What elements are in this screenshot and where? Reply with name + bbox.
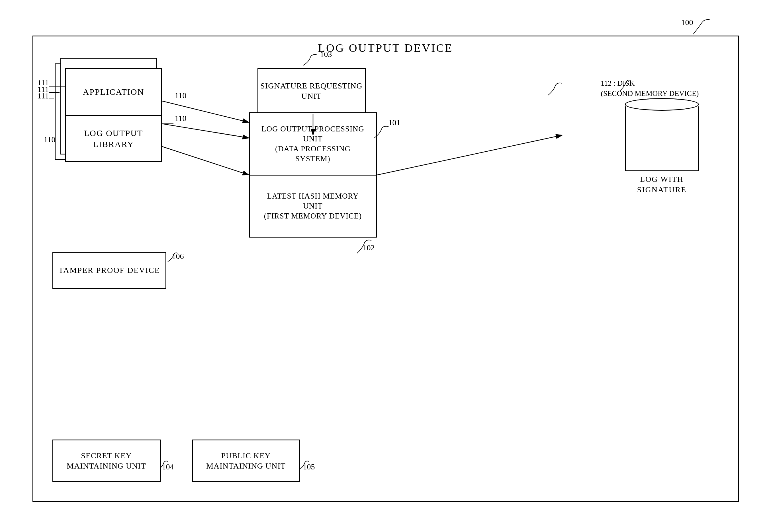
ref-112: 112 : DISK(SECOND MEMORY DEVICE) bbox=[601, 78, 699, 99]
ref-102: 102 bbox=[363, 243, 375, 252]
ref-110b: 110 bbox=[175, 114, 186, 123]
signature-requesting-unit-label: SIGNATURE REQUESTINGUNIT bbox=[260, 81, 362, 102]
secret-key-label: SECRET KEYMAINTAINING UNIT bbox=[67, 451, 146, 471]
application-label: APPLICATION bbox=[66, 69, 161, 116]
ref-110a: 110 bbox=[175, 91, 186, 100]
log-with-signature-cylinder: LOG WITHSIGNATURE bbox=[622, 98, 702, 195]
cylinder-top bbox=[625, 98, 699, 111]
ref-103: 103 bbox=[320, 50, 332, 59]
log-signature-label: LOG WITHSIGNATURE bbox=[637, 174, 687, 195]
signature-requesting-unit-box: SIGNATURE REQUESTINGUNIT bbox=[258, 68, 366, 114]
cylinder-body bbox=[625, 106, 699, 171]
application-library-box: APPLICATION LOG OUTPUTLIBRARY bbox=[65, 68, 162, 162]
ref-110c: 110 bbox=[44, 135, 55, 144]
processing-unit-box: LOG OUTPUT PROCESSINGUNIT(DATA PROCESSIN… bbox=[249, 112, 377, 238]
ref-111c: 111 bbox=[38, 91, 49, 100]
ref-101: 101 bbox=[388, 118, 400, 127]
diagram-title: LOG OUTPUT DEVICE bbox=[15, 41, 756, 55]
library-label: LOG OUTPUTLIBRARY bbox=[66, 116, 161, 162]
processing-top-label: LOG OUTPUT PROCESSINGUNIT(DATA PROCESSIN… bbox=[250, 113, 376, 176]
public-key-label: PUBLIC KEYMAINTAINING UNIT bbox=[206, 451, 286, 471]
tamper-proof-device-box: TAMPER PROOF DEVICE bbox=[52, 252, 166, 289]
secret-key-box: SECRET KEYMAINTAINING UNIT bbox=[52, 440, 160, 482]
tamper-proof-device-label: TAMPER PROOF DEVICE bbox=[58, 266, 160, 275]
public-key-box: PUBLIC KEYMAINTAINING UNIT bbox=[192, 440, 300, 482]
processing-bottom-label: LATEST HASH MEMORYUNIT(FIRST MEMORY DEVI… bbox=[250, 176, 376, 237]
